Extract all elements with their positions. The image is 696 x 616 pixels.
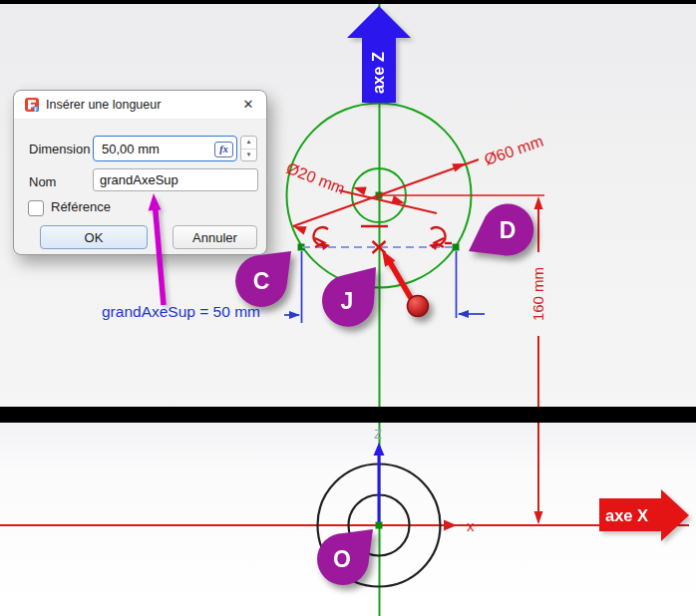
dimension-spinner[interactable]: ▲ ▼ — [240, 136, 257, 161]
separator-band — [0, 407, 696, 423]
lower-viewport — [0, 423, 696, 616]
freecad-icon — [24, 97, 40, 113]
expression-fx-button[interactable]: fx — [214, 142, 233, 157]
ok-button[interactable]: OK — [40, 225, 148, 249]
cancel-button[interactable]: Annuler — [173, 225, 257, 249]
dimension-label: Dimension : — [29, 142, 98, 156]
screenshot-root: Insérer une longueur ✕ Dimension : fx ▲ … — [0, 0, 696, 616]
spinner-up-icon[interactable]: ▲ — [241, 137, 256, 150]
reference-label: Référence — [51, 199, 111, 214]
close-icon[interactable]: ✕ — [239, 96, 257, 114]
insert-length-dialog: Insérer une longueur ✕ Dimension : fx ▲ … — [13, 90, 267, 255]
dialog-title: Insérer une longueur — [46, 98, 161, 112]
name-input[interactable] — [93, 168, 258, 191]
dialog-titlebar[interactable]: Insérer une longueur ✕ — [14, 91, 266, 120]
reference-checkbox[interactable] — [28, 200, 44, 216]
name-label: Nom — [29, 174, 56, 189]
spinner-down-icon[interactable]: ▼ — [241, 150, 256, 161]
